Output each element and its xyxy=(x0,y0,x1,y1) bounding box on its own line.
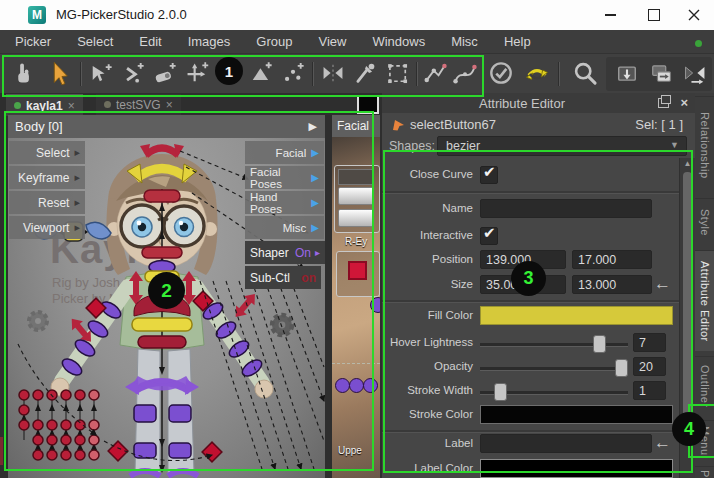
eye-control-button[interactable] xyxy=(348,261,367,280)
add-slider-button-tool[interactable] xyxy=(150,58,180,90)
tab-testsvg[interactable]: testSVG × xyxy=(96,94,181,115)
menu-view[interactable]: View xyxy=(305,30,359,53)
reset-arrow-icon[interactable]: ← xyxy=(654,274,671,294)
add-shape-button-tool[interactable] xyxy=(246,58,276,90)
mirror-panel-tool-button[interactable] xyxy=(680,58,710,90)
facial-panel-button[interactable]: Facial▶ xyxy=(245,141,324,164)
facial-joint-dot[interactable] xyxy=(370,297,380,313)
facial-gradient-button[interactable] xyxy=(338,209,374,227)
select-cursor-icon xyxy=(46,60,72,86)
tab-picker[interactable]: Picker xyxy=(695,466,714,478)
misc-button[interactable]: Misc▶ xyxy=(245,216,324,239)
minimize-button[interactable] xyxy=(588,0,632,30)
facial-panel-header[interactable]: Facial xyxy=(332,115,380,137)
toolbar: T xyxy=(0,53,714,94)
polyline-curve-tool-button[interactable] xyxy=(420,58,450,90)
position-y-input[interactable] xyxy=(572,250,652,269)
scrollbar-handle[interactable] xyxy=(683,172,692,422)
facial-joint-dot[interactable] xyxy=(349,378,364,393)
add-text-button-tool[interactable]: T xyxy=(214,58,244,90)
add-transform-button-tool[interactable] xyxy=(182,58,212,90)
tab-style[interactable]: Style xyxy=(695,198,714,245)
select-tool-button[interactable] xyxy=(44,58,74,90)
facial-dark-button[interactable] xyxy=(338,169,374,185)
panel-expand-icon[interactable]: ▶ xyxy=(309,115,317,138)
color-picker-tool-button[interactable] xyxy=(350,58,380,90)
facial-joint-dot[interactable] xyxy=(363,378,378,393)
body-panel-header[interactable]: Body [0] ▶ xyxy=(8,115,325,138)
menu-windows[interactable]: Windows xyxy=(359,30,438,53)
tab-attribute-editor[interactable]: Attribute Editor xyxy=(695,250,714,351)
size-height-input[interactable] xyxy=(572,275,652,294)
shapes-dropdown[interactable]: bezier ▼ xyxy=(437,136,687,156)
close-button[interactable] xyxy=(674,0,714,30)
fill-color-swatch[interactable] xyxy=(480,306,673,325)
menu-help[interactable]: Help xyxy=(491,30,544,53)
maximize-button[interactable] xyxy=(632,0,676,30)
interactive-checkbox[interactable]: ✔ xyxy=(480,227,498,245)
attribute-form: Close Curve ✔ Name Interactive ✔ Positio… xyxy=(382,158,679,478)
tab-menu[interactable]: Menu xyxy=(695,420,714,461)
menu-edit[interactable]: Edit xyxy=(126,30,174,53)
tab-close-icon[interactable]: × xyxy=(166,98,173,112)
menu-misc[interactable]: Misc xyxy=(438,30,491,53)
stroke-width-value[interactable] xyxy=(633,381,666,400)
stroke-width-slider-handle[interactable] xyxy=(494,383,507,401)
add-dots-button-tool[interactable] xyxy=(278,58,308,90)
panel-close-icon[interactable]: × xyxy=(680,95,688,110)
opacity-slider[interactable] xyxy=(480,367,628,371)
add-select-button-tool[interactable] xyxy=(86,58,116,90)
import-image-tool-button[interactable] xyxy=(612,58,642,90)
menu-picker[interactable]: Picker xyxy=(2,30,64,53)
apply-check-tool-button[interactable] xyxy=(486,58,516,90)
label-color-swatch[interactable] xyxy=(480,459,673,478)
select-menu-button[interactable]: Select▸ xyxy=(9,141,85,164)
stroke-width-label: Stroke Width xyxy=(407,384,473,396)
duplicate-panel-tool-button[interactable] xyxy=(646,58,676,90)
facial-poses-button[interactable]: Facial Poses▶ xyxy=(245,166,324,189)
opacity-value[interactable] xyxy=(633,357,666,376)
tab-kayla1[interactable]: kayla1 × xyxy=(6,94,83,116)
subctl-toggle-row[interactable]: Sub-Ctl on xyxy=(245,266,321,289)
body-picker-panel: Body [0] ▶ Kayla Rig by Josh Sobel Picke… xyxy=(8,115,325,478)
menu-images[interactable]: Images xyxy=(175,30,244,53)
finger-controls[interactable] xyxy=(19,390,99,460)
reset-menu-button[interactable]: Reset▸ xyxy=(9,191,85,214)
marquee-select-tool-button[interactable] xyxy=(382,58,412,90)
tab-close-icon[interactable]: × xyxy=(68,99,75,113)
stroke-color-swatch[interactable] xyxy=(480,405,673,424)
size-width-input[interactable] xyxy=(480,275,566,294)
keyframe-menu-button[interactable]: Keyframe▸ xyxy=(9,166,85,189)
name-label: Name xyxy=(442,202,473,214)
hover-lightness-value[interactable] xyxy=(633,333,666,352)
shaper-toggle-row[interactable]: Shaper On ▸ xyxy=(245,241,325,264)
search-tool-button[interactable] xyxy=(570,58,600,90)
tab-outliner[interactable]: Outliner xyxy=(695,356,714,415)
mirror-tool-button[interactable] xyxy=(318,58,348,90)
facial-joint-dot[interactable] xyxy=(335,378,350,393)
label-input[interactable] xyxy=(480,434,652,453)
bezier-curve-tool-button[interactable] xyxy=(450,58,480,90)
tab-label: kayla1 xyxy=(26,99,63,113)
node-row: selectButton67 Sel: [ 1 ] xyxy=(382,113,695,135)
reset-arrow-icon[interactable]: ← xyxy=(654,433,671,453)
hand-pick-tool-button[interactable] xyxy=(8,58,38,90)
hand-poses-button[interactable]: Hand Poses▶ xyxy=(245,191,324,214)
attribute-scrollbar[interactable]: ▲ xyxy=(679,158,695,478)
menu-group[interactable]: Group xyxy=(243,30,305,53)
facial-gradient-button[interactable] xyxy=(338,187,374,205)
menu-select[interactable]: Select xyxy=(64,30,126,53)
position-x-input[interactable] xyxy=(480,250,566,269)
opacity-slider-handle[interactable] xyxy=(615,359,628,377)
close-curve-checkbox[interactable]: ✔ xyxy=(480,166,498,184)
namespace-toggle-button[interactable] xyxy=(357,95,379,114)
mirror-swap-tool-button[interactable] xyxy=(522,58,552,90)
scroll-up-icon[interactable]: ▲ xyxy=(680,159,695,168)
viewport-menu-button[interactable]: Viewport▸ xyxy=(9,216,85,239)
hover-lightness-slider-handle[interactable] xyxy=(593,335,606,353)
tab-relationship[interactable]: Relationship xyxy=(695,96,714,193)
button-label: Facial Poses xyxy=(250,166,306,190)
add-pose-button-tool[interactable] xyxy=(118,58,148,90)
name-input[interactable] xyxy=(480,199,652,218)
float-dock-icon[interactable] xyxy=(658,98,669,108)
